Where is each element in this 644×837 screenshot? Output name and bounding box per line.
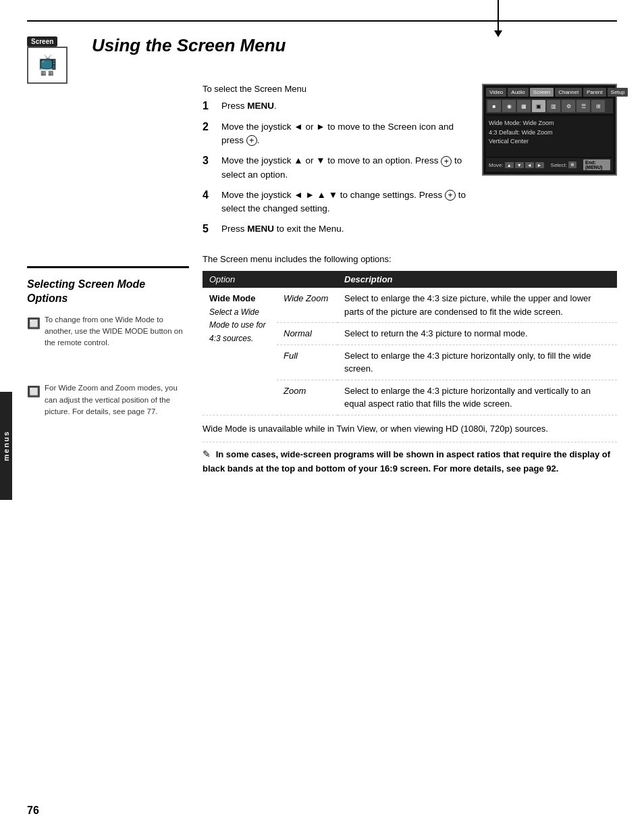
menu-icon-5: ▥ (547, 100, 560, 112)
sidebar-tab: menus (0, 392, 12, 500)
menu-icon-3: ▦ (517, 100, 531, 112)
end-btn: End:(MENU) (583, 159, 610, 170)
screen-icon: 📺 ▦ ▦ (27, 47, 68, 84)
page-title: Using the Screen Menu (92, 35, 286, 56)
left-column: Selecting Screen Mode Options 🔲 To chang… (27, 84, 189, 480)
wide-zoom-desc: Select to enlarge the 4:3 size picture, … (338, 288, 617, 323)
bold-note-text: In some cases, wide-screen programs will… (203, 449, 610, 474)
wide-zoom-sub: Wide Zoom (277, 288, 338, 323)
menu-tab-audio: Audio (508, 88, 528, 97)
steps-area: To select the Screen Menu 1 Press MENU. … (203, 84, 468, 243)
step-list: 1 Press MENU. 2 Move the joystick ◄ or ►… (203, 99, 468, 236)
step-5: 5 Press MENU to exit the Menu. (203, 222, 468, 236)
menu-text-area: Wide Mode: Wide Zoom 4:3 Default: Wide Z… (486, 116, 613, 157)
page-number: 76 (27, 805, 39, 817)
move-indicator: Move: ▲ ▼ ◄ ► (489, 162, 544, 168)
move-btn-up: ▲ (505, 162, 514, 168)
option-header: Option (203, 271, 338, 288)
menu-icon-7: ☰ (576, 100, 590, 112)
full-sub: Full (277, 345, 338, 380)
menu-line-3: Vertical Center (489, 137, 610, 147)
right-column: To select the Screen Menu 1 Press MENU. … (203, 84, 617, 480)
menu-icon-2: ◉ (502, 100, 516, 112)
tv-icon: 📺 (38, 55, 57, 70)
menu-line-2: 4:3 Default: Wide Zoom (489, 128, 610, 138)
step-2: 2 Move the joystick ◄ or ► to move to th… (203, 120, 468, 148)
note2: 🔲 For Wide Zoom and Zoom modes, you can … (27, 382, 189, 417)
move-btn-left: ◄ (525, 162, 534, 168)
header-row: Screen 📺 ▦ ▦ Using the Screen Menu (27, 32, 617, 84)
menu-line-1: Wide Mode: Wide Zoom (489, 119, 610, 128)
description-header: Description (338, 271, 617, 288)
select-label: To select the Screen Menu (203, 84, 468, 94)
menu-icons-row: ■ ◉ ▦ ▣ ▥ ⚙ ☰ ⊞ (486, 99, 613, 113)
note2-text: For Wide Zoom and Zoom modes, you can ad… (45, 382, 189, 417)
move-label: Move: (489, 162, 504, 168)
menu-tab-video: Video (486, 88, 506, 97)
menu-screenshot: Video Audio Screen Channel Parent Setup … (482, 84, 617, 176)
note1: 🔲 To change from one Wide Mode to anothe… (27, 314, 189, 349)
step-1: 1 Press MENU. (203, 99, 468, 113)
zoom-sub: Zoom (277, 380, 338, 415)
step-4: 4 Move the joystick ◄ ► ▲ ▼ to change se… (203, 188, 468, 216)
screen-badge: Screen (27, 36, 57, 47)
wide-mode-option: Wide Mode Select a Wide Mode to use for … (203, 288, 277, 415)
sidebar-label: menus (2, 430, 10, 461)
intro-text: The Screen menu includes the following o… (203, 254, 617, 264)
screenshot-area: Video Audio Screen Channel Parent Setup … (482, 84, 617, 243)
down-arrow (494, 0, 502, 37)
menu-icon-4: ▣ (532, 100, 545, 112)
menu-icon-6: ⚙ (562, 100, 575, 112)
section-divider (27, 266, 189, 268)
full-desc: Select to enlarge the 4:3 picture horizo… (338, 345, 617, 380)
menu-tabs: Video Audio Screen Channel Parent Setup (486, 88, 613, 97)
select-btn: ⊕ (568, 161, 576, 168)
menu-tab-screen: Screen (530, 88, 554, 97)
menu-tab-parent: Parent (583, 88, 606, 97)
options-table: Option Description Wide Mode Select a Wi… (203, 271, 617, 415)
note2-icon: 🔲 (27, 384, 41, 400)
menu-icon-1: ■ (487, 100, 501, 112)
menu-bottom-bar: Move: ▲ ▼ ◄ ► Select: ⊕ End: (486, 158, 613, 172)
right-col-top: To select the Screen Menu 1 Press MENU. … (203, 84, 617, 243)
table-row: Wide Mode Select a Wide Mode to use for … (203, 288, 617, 323)
page: menus Screen 📺 ▦ ▦ Using the Screen Menu (0, 0, 644, 837)
select-label-bottom: Select: (551, 162, 567, 168)
select-indicator: Select: ⊕ (551, 161, 576, 168)
end-indicator: End:(MENU) (583, 159, 610, 170)
move-btn-right: ► (535, 162, 544, 168)
step-3: 3 Move the joystick ▲ or ▼ to move to an… (203, 154, 468, 182)
main-content: Selecting Screen Mode Options 🔲 To chang… (27, 84, 617, 480)
move-btn-down: ▼ (515, 162, 524, 168)
zoom-desc: Select to enlarge the 4:3 picture horizo… (338, 380, 617, 415)
tv-sub-icon: ▦ ▦ (41, 70, 55, 76)
menu-icon-8: ⊞ (591, 100, 605, 112)
note1-text: To change from one Wide Mode to another,… (45, 314, 189, 349)
top-divider (27, 20, 617, 22)
normal-desc: Select to return the 4:3 picture to norm… (338, 323, 617, 345)
normal-sub: Normal (277, 323, 338, 345)
unavailable-note: Wide Mode is unavailable while in Twin V… (203, 422, 617, 436)
section-title: Selecting Screen Mode Options (27, 278, 189, 306)
note-symbol: ✎ (203, 449, 211, 459)
selecting-intro-area: The Screen menu includes the following o… (203, 254, 617, 480)
note1-icon: 🔲 (27, 315, 41, 332)
menu-tab-channel: Channel (555, 88, 582, 97)
bold-note: ✎ In some cases, wide-screen programs wi… (203, 442, 617, 480)
table-header-row: Option Description (203, 271, 617, 288)
menu-tab-setup: Setup (608, 88, 628, 97)
